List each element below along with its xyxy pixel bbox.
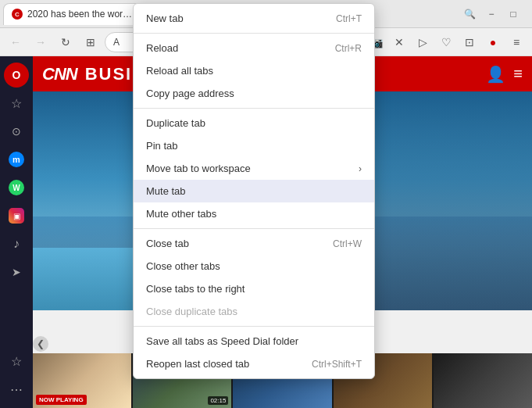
menu-item-reload-all-tabs[interactable]: Reload all tabs xyxy=(134,59,374,82)
menu-separator-3 xyxy=(134,228,374,229)
menu-item-save-all-label: Save all tabs as Speed Dial folder xyxy=(146,335,362,347)
menu-item-new-tab-label: New tab xyxy=(146,13,336,24)
menu-item-mute-label: Mute tab xyxy=(146,185,362,197)
submenu-arrow-icon: › xyxy=(359,163,362,174)
menu-item-copy-address-label: Copy page address xyxy=(146,88,362,99)
menu-item-copy-page-address[interactable]: Copy page address xyxy=(134,82,374,105)
menu-item-close-duplicate-label: Close duplicate tabs xyxy=(146,306,362,317)
menu-item-reopen-label: Reopen last closed tab xyxy=(146,358,312,370)
menu-item-reopen-closed[interactable]: Reopen last closed tab Ctrl+Shift+T xyxy=(134,353,374,375)
menu-item-close-duplicate: Close duplicate tabs xyxy=(134,300,374,323)
menu-item-new-tab[interactable]: New tab Ctrl+T xyxy=(134,7,374,30)
menu-item-reopen-shortcut: Ctrl+Shift+T xyxy=(312,359,362,370)
menu-item-reload-all-label: Reload all tabs xyxy=(146,65,362,77)
menu-item-close-tabs-right[interactable]: Close tabs to the right xyxy=(134,277,374,300)
menu-item-duplicate-tab[interactable]: Duplicate tab xyxy=(134,112,374,134)
menu-item-duplicate-label: Duplicate tab xyxy=(146,117,362,129)
menu-separator-4 xyxy=(134,326,374,327)
menu-item-close-other-tabs[interactable]: Close other tabs xyxy=(134,255,374,277)
menu-item-close-label: Close tab xyxy=(146,238,333,249)
menu-item-mute-other-tabs[interactable]: Mute other tabs xyxy=(134,202,374,225)
menu-item-move-tab[interactable]: Move tab to workspace › xyxy=(134,157,374,180)
context-menu: New tab Ctrl+T Reload Ctrl+R Reload all … xyxy=(133,3,375,379)
menu-item-pin-tab[interactable]: Pin tab xyxy=(134,134,374,157)
menu-item-move-label: Move tab to workspace xyxy=(146,163,359,174)
menu-separator-1 xyxy=(134,33,374,34)
menu-item-close-shortcut: Ctrl+W xyxy=(333,238,362,249)
menu-item-close-right-label: Close tabs to the right xyxy=(146,283,362,295)
menu-item-close-tab[interactable]: Close tab Ctrl+W xyxy=(134,232,374,255)
menu-item-mute-other-label: Mute other tabs xyxy=(146,208,362,220)
menu-item-close-other-label: Close other tabs xyxy=(146,260,362,272)
menu-item-save-all-tabs[interactable]: Save all tabs as Speed Dial folder xyxy=(134,330,374,353)
menu-item-reload[interactable]: Reload Ctrl+R xyxy=(134,37,374,59)
menu-separator-2 xyxy=(134,108,374,109)
menu-item-new-tab-shortcut: Ctrl+T xyxy=(336,13,362,24)
menu-item-reload-label: Reload xyxy=(146,42,335,54)
menu-item-reload-shortcut: Ctrl+R xyxy=(335,43,362,54)
browser-window: C 2020 has been the worst. B... × Search… xyxy=(0,0,532,408)
menu-item-mute-tab[interactable]: Mute tab xyxy=(134,180,374,202)
menu-item-pin-label: Pin tab xyxy=(146,140,362,152)
context-menu-overlay: New tab Ctrl+T Reload Ctrl+R Reload all … xyxy=(0,0,532,408)
